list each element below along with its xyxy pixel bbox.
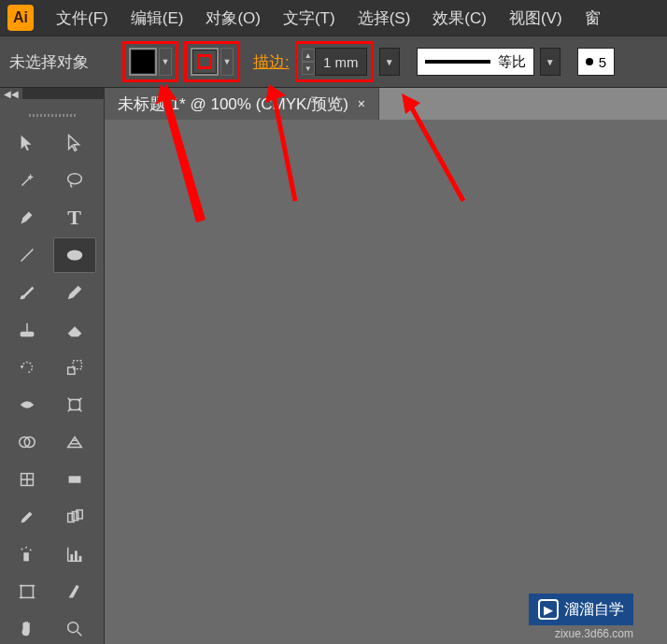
- document-tab-title: 未标题-1* @ 100% (CMYK/预览): [118, 93, 348, 115]
- perspective-grid-tool[interactable]: [53, 424, 96, 460]
- stroke-swatch-inner-icon: [197, 54, 212, 69]
- svg-marker-1: [68, 136, 78, 151]
- stroke-line-preview-icon: [425, 60, 490, 64]
- svg-point-29: [21, 549, 23, 551]
- menu-type[interactable]: 文字(T): [272, 2, 347, 35]
- magic-wand-tool[interactable]: [6, 163, 49, 198]
- svg-point-30: [25, 547, 27, 549]
- svg-rect-37: [21, 586, 34, 598]
- zoom-tool[interactable]: [53, 611, 96, 644]
- width-tool[interactable]: [6, 387, 49, 422]
- line-segment-tool[interactable]: [6, 237, 49, 273]
- selection-status-label: 未选择对象: [4, 51, 94, 73]
- hand-tool[interactable]: [6, 611, 49, 644]
- shape-builder-tool[interactable]: [6, 424, 49, 460]
- symbol-sprayer-tool[interactable]: [6, 537, 49, 572]
- brush-definition[interactable]: 5: [577, 48, 615, 76]
- stroke-swatch-highlight: ▼: [184, 41, 240, 82]
- blob-brush-tool[interactable]: [6, 312, 49, 348]
- fill-swatch-highlight: ▼: [122, 41, 178, 82]
- document-tab-close-icon[interactable]: ×: [358, 96, 365, 111]
- svg-rect-7: [21, 332, 35, 337]
- svg-line-5: [21, 250, 34, 262]
- pen-tool[interactable]: [6, 200, 49, 236]
- blend-tool[interactable]: [53, 499, 96, 535]
- type-tool[interactable]: T: [53, 200, 96, 236]
- column-graph-tool[interactable]: [53, 537, 96, 572]
- options-bar: 未选择对象 ▼ ▼ 描边: ▲ ▼ ▼ 等比 ▼ 5: [0, 36, 667, 88]
- selection-tool[interactable]: [6, 125, 49, 161]
- menu-bar: Ai 文件(F) 编辑(E) 对象(O) 文字(T) 选择(S) 效果(C) 视…: [0, 0, 667, 36]
- brush-size-label: 5: [599, 54, 606, 70]
- menu-object[interactable]: 对象(O): [194, 2, 272, 35]
- svg-rect-34: [70, 554, 73, 561]
- collapse-strip-icon[interactable]: ◀◀: [0, 88, 22, 99]
- document-tab-bar: 未标题-1* @ 100% (CMYK/预览) ×: [105, 88, 667, 120]
- svg-point-42: [67, 623, 78, 633]
- svg-point-31: [30, 550, 32, 551]
- toolbar-grip-icon[interactable]: [0, 110, 104, 120]
- eraser-tool[interactable]: [53, 312, 96, 348]
- fill-color-swatch[interactable]: [129, 48, 157, 76]
- document-tab[interactable]: 未标题-1* @ 100% (CMYK/预览) ×: [105, 88, 379, 120]
- mesh-tool[interactable]: [6, 462, 49, 497]
- toolbar-panel: T: [0, 99, 105, 644]
- stroke-weight-input[interactable]: [315, 48, 367, 76]
- eyedropper-tool[interactable]: [6, 499, 49, 535]
- gradient-tool[interactable]: [53, 462, 96, 497]
- svg-line-43: [77, 632, 81, 637]
- rotate-tool[interactable]: [6, 350, 49, 385]
- svg-marker-0: [21, 136, 32, 151]
- menu-select[interactable]: 选择(S): [347, 2, 422, 35]
- artboard-tool[interactable]: [6, 574, 49, 609]
- svg-point-3: [67, 174, 81, 184]
- stroke-weight-dropdown-arrow-icon[interactable]: ▼: [379, 48, 400, 76]
- pencil-tool[interactable]: [53, 275, 96, 310]
- menu-view[interactable]: 视图(V): [498, 2, 574, 35]
- svg-rect-35: [75, 551, 78, 561]
- stroke-weight-up-icon[interactable]: ▲: [302, 49, 315, 62]
- stroke-weight-down-icon[interactable]: ▼: [302, 62, 315, 75]
- stroke-color-swatch[interactable]: [191, 48, 219, 76]
- free-transform-tool[interactable]: [53, 387, 96, 422]
- canvas-area[interactable]: [105, 120, 667, 644]
- lasso-tool[interactable]: [53, 163, 96, 198]
- brush-dot-icon: [586, 58, 593, 65]
- svg-rect-28: [23, 552, 28, 561]
- menu-file[interactable]: 文件(F): [45, 2, 120, 35]
- ellipse-tool[interactable]: [53, 237, 96, 273]
- watermark-subtext: zixue.3d66.com: [555, 627, 633, 640]
- svg-rect-36: [78, 556, 81, 562]
- stroke-weight-label[interactable]: 描边:: [253, 51, 290, 73]
- app-logo: Ai: [7, 5, 34, 31]
- stroke-dropdown-arrow-icon[interactable]: ▼: [220, 48, 234, 76]
- watermark-play-icon: ▶: [538, 599, 559, 620]
- svg-line-2: [22, 177, 31, 185]
- scale-tool[interactable]: [53, 350, 96, 385]
- menu-edit[interactable]: 编辑(E): [120, 2, 195, 35]
- fill-dropdown-arrow-icon[interactable]: ▼: [159, 48, 172, 76]
- stroke-style-label: 等比: [498, 53, 526, 71]
- profile-dropdown-arrow-icon[interactable]: ▼: [540, 48, 561, 76]
- svg-rect-24: [68, 476, 80, 482]
- watermark-badge: ▶ 溜溜自学: [529, 594, 633, 625]
- slice-tool[interactable]: [53, 574, 96, 609]
- svg-point-6: [66, 250, 82, 261]
- menu-effect[interactable]: 效果(C): [421, 2, 498, 35]
- stroke-weight-highlight: ▲ ▼: [295, 41, 374, 82]
- variable-width-profile[interactable]: 等比: [417, 48, 534, 76]
- svg-marker-9: [21, 365, 24, 369]
- watermark-text: 溜溜自学: [564, 600, 624, 620]
- menu-window[interactable]: 窗: [574, 2, 601, 35]
- direct-selection-tool[interactable]: [53, 125, 96, 161]
- paintbrush-tool[interactable]: [6, 275, 49, 310]
